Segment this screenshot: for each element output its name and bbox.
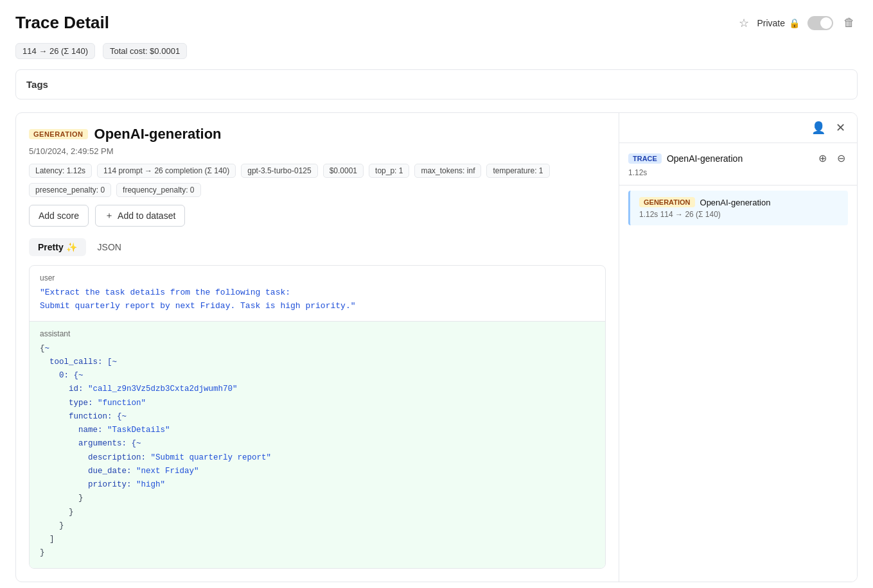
delete-button[interactable]: 🗑	[841, 13, 858, 32]
generation-title: OpenAI-generation	[94, 126, 222, 143]
meta-bar: 114 → 26 (Σ 140) Total cost: $0.0001	[15, 43, 858, 59]
page-header: Trace Detail ☆ Private 🔒 🗑	[15, 13, 858, 33]
trace-name: OpenAI-generation	[667, 153, 743, 164]
param-cost: $0.0001	[323, 164, 364, 178]
gen-item-badge: GENERATION	[639, 197, 695, 207]
trace-latency: 1.12s	[628, 168, 848, 177]
right-panel: 👤 ✕ TRACE OpenAI-generation ⊕ ⊖ 1.12s GE…	[619, 113, 857, 582]
private-label: Private 🔒	[757, 18, 800, 28]
left-panel: GENERATION OpenAI-generation 5/10/2024, …	[16, 113, 619, 582]
add-score-button[interactable]: Add score	[29, 205, 89, 227]
tab-pretty[interactable]: Pretty ✨	[29, 238, 86, 256]
page-title: Trace Detail	[15, 13, 109, 33]
plus-icon: ＋	[105, 210, 114, 221]
tabs: Pretty ✨ JSON	[29, 238, 606, 256]
tab-json[interactable]: JSON	[89, 238, 130, 256]
star-button[interactable]: ☆	[739, 16, 749, 30]
user-role: user	[40, 273, 595, 282]
param-frequency: frequency_penalty: 0	[116, 183, 200, 197]
person-icon-button[interactable]: 👤	[809, 119, 828, 136]
generation-header: GENERATION OpenAI-generation	[29, 126, 606, 143]
generation-badge: GENERATION	[29, 129, 88, 139]
user-message: user "Extract the task details from the …	[30, 266, 605, 322]
user-content: "Extract the task details from the follo…	[40, 286, 595, 313]
param-max-tokens: max_tokens: inf	[414, 164, 481, 178]
main-layout: GENERATION OpenAI-generation 5/10/2024, …	[15, 112, 858, 582]
param-temperature: temperature: 1	[486, 164, 549, 178]
param-top-p: top_p: 1	[369, 164, 409, 178]
trace-badge: TRACE	[628, 153, 662, 164]
action-row: Add score ＋ Add to dataset	[29, 205, 606, 227]
param-tokens: 114 prompt → 26 completion (Σ 140)	[97, 164, 236, 178]
assistant-message: assistant {~ tool_calls: [~ 0: {~ id: "c…	[30, 322, 605, 568]
expand-icon-button[interactable]: ⊕	[816, 151, 829, 166]
params-row: Latency: 1.12s 114 prompt → 26 completio…	[29, 164, 606, 197]
param-model: gpt-3.5-turbo-0125	[241, 164, 317, 178]
header-actions: ☆ Private 🔒 🗑	[739, 13, 858, 32]
tags-section: Tags	[15, 69, 858, 99]
close-icon-button[interactable]: ✕	[833, 119, 848, 136]
param-presence: presence_penalty: 0	[29, 183, 111, 197]
trace-header: TRACE OpenAI-generation ⊕ ⊖	[628, 151, 848, 166]
right-panel-header: 👤 ✕	[619, 113, 857, 143]
trace-item: TRACE OpenAI-generation ⊕ ⊖ 1.12s	[619, 143, 857, 186]
assistant-role: assistant	[40, 329, 595, 338]
gen-item: GENERATION OpenAI-generation 1.12s 114 →…	[628, 191, 848, 225]
add-dataset-button[interactable]: ＋ Add to dataset	[95, 205, 185, 227]
generation-date: 5/10/2024, 2:49:52 PM	[29, 146, 606, 156]
param-latency: Latency: 1.12s	[29, 164, 92, 178]
assistant-content: {~ tool_calls: [~ 0: {~ id: "call_z9n3Vz…	[40, 342, 595, 560]
content-area: user "Extract the task details from the …	[29, 265, 606, 569]
tags-label: Tags	[26, 79, 48, 90]
gen-item-meta: 1.12s 114 → 26 (Σ 140)	[639, 210, 839, 219]
cost-chip: Total cost: $0.0001	[103, 43, 187, 59]
lock-icon: 🔒	[789, 18, 800, 28]
gen-item-name: OpenAI-generation	[700, 198, 771, 207]
tokens-chip: 114 → 26 (Σ 140)	[15, 43, 95, 59]
private-toggle[interactable]	[807, 16, 833, 30]
collapse-icon-button[interactable]: ⊖	[834, 151, 848, 166]
gen-item-header: GENERATION OpenAI-generation	[639, 197, 839, 207]
